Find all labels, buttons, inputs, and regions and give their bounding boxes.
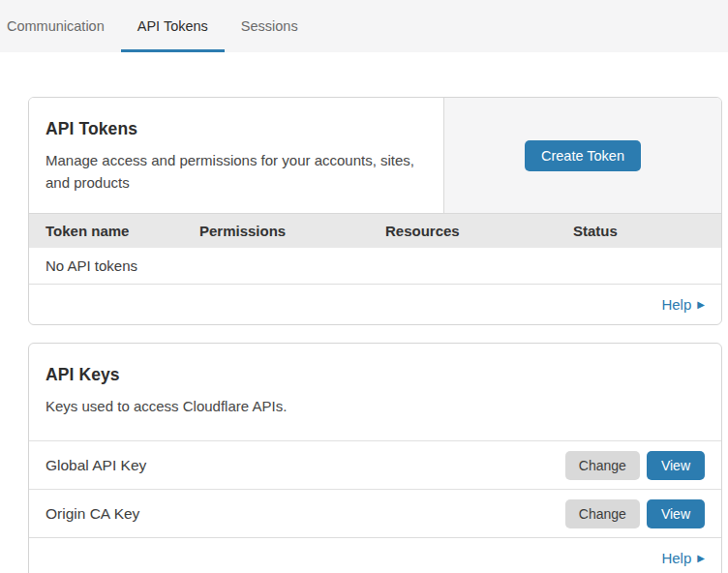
api-keys-help-row: Help ▶	[29, 537, 721, 573]
global-api-key-change-button[interactable]: Change	[565, 451, 640, 480]
key-name-origin-ca-key: Origin CA Key	[46, 505, 565, 523]
help-arrow-icon: ▶	[697, 299, 705, 310]
no-api-tokens-message: No API tokens	[46, 257, 137, 274]
api-tokens-title: API Tokens	[46, 119, 427, 139]
key-row-global-api-key: Global API Key Change View	[29, 440, 721, 489]
api-keys-help-link[interactable]: Help ▶	[661, 550, 705, 566]
help-link-label: Help	[661, 550, 691, 566]
column-header-token-name: Token name	[46, 223, 199, 239]
tab-api-tokens[interactable]: API Tokens	[121, 0, 225, 52]
api-tokens-help-link[interactable]: Help ▶	[661, 296, 705, 313]
column-header-status: Status	[573, 223, 721, 239]
api-tokens-card-header: API Tokens Manage access and permissions…	[29, 98, 721, 213]
help-arrow-icon: ▶	[697, 553, 705, 563]
api-tokens-card-header-action: Create Token	[444, 98, 721, 213]
origin-ca-key-change-button[interactable]: Change	[565, 499, 640, 528]
api-keys-card-header: API Keys Keys used to access Cloudflare …	[29, 344, 721, 440]
api-keys-title: API Keys	[46, 365, 705, 385]
key-row-origin-ca-key: Origin CA Key Change View	[29, 489, 721, 537]
help-link-label: Help	[661, 296, 691, 313]
key-name-global-api-key: Global API Key	[46, 457, 565, 474]
tab-communication[interactable]: Communication	[0, 0, 121, 52]
token-table-empty-row: No API tokens	[29, 248, 721, 284]
create-token-button[interactable]: Create Token	[525, 140, 641, 171]
api-keys-card: API Keys Keys used to access Cloudflare …	[28, 343, 722, 573]
tab-bar: Communication API Tokens Sessions	[0, 0, 728, 52]
api-tokens-card: API Tokens Manage access and permissions…	[28, 97, 722, 325]
api-tokens-card-header-info: API Tokens Manage access and permissions…	[29, 98, 444, 213]
column-header-permissions: Permissions	[199, 223, 385, 239]
tab-sessions[interactable]: Sessions	[225, 0, 315, 52]
api-tokens-help-row: Help ▶	[29, 284, 721, 324]
origin-ca-key-view-button[interactable]: View	[647, 499, 705, 528]
api-keys-description: Keys used to access Cloudflare APIs.	[46, 395, 705, 417]
token-table-header: Token name Permissions Resources Status	[29, 213, 721, 248]
column-header-resources: Resources	[385, 223, 573, 239]
global-api-key-view-button[interactable]: View	[647, 451, 705, 480]
api-tokens-description: Manage access and permissions for your a…	[46, 149, 427, 194]
